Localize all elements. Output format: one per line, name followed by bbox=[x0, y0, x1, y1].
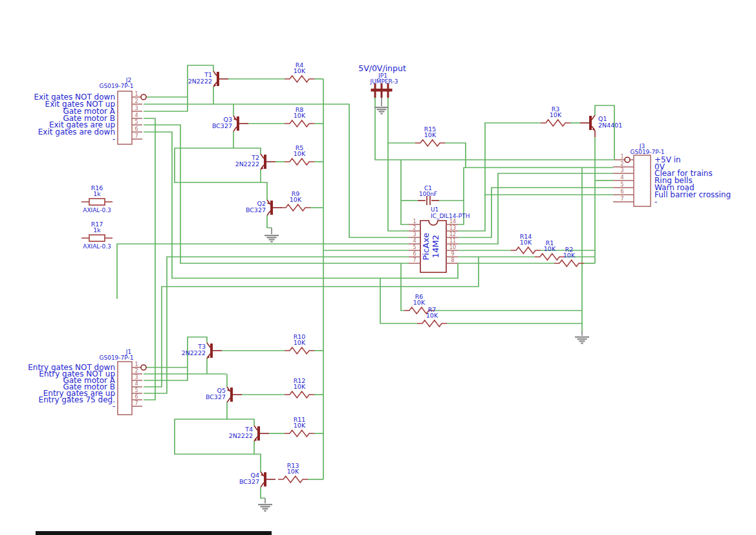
resistor-r5[interactable]: R5 10K bbox=[285, 144, 314, 165]
connector-j1[interactable]: J1 GS019-7P-1 1 2 3 4 5 6 7 Entry gates … bbox=[28, 349, 146, 415]
resistor-r13[interactable]: R13 10K bbox=[278, 462, 308, 483]
pin-number: 7 bbox=[413, 257, 416, 263]
pin-number: 3 bbox=[620, 168, 623, 173]
ground-symbol bbox=[265, 235, 279, 242]
pin-number: 6 bbox=[620, 189, 623, 195]
resistor-r4[interactable]: R4 10K bbox=[285, 61, 314, 82]
resistor-r8[interactable]: R8 10K bbox=[285, 106, 314, 127]
pin-number: 4 bbox=[413, 238, 416, 244]
pin-number: 7 bbox=[135, 400, 138, 406]
pin-number: 5 bbox=[620, 182, 623, 188]
resistor-value: 10K bbox=[550, 111, 562, 118]
pin-number: 4 bbox=[135, 381, 138, 387]
resistor-value: 10K bbox=[520, 239, 532, 246]
resistor-value: 10K bbox=[413, 299, 426, 306]
resistor-value: 10K bbox=[424, 131, 437, 138]
pin-number: 5 bbox=[135, 119, 138, 125]
pin-number: 1 bbox=[413, 219, 416, 224]
transistor-part: 2N2222 bbox=[182, 349, 206, 356]
ground-symbol bbox=[258, 505, 272, 511]
pin-number: 12 bbox=[449, 232, 456, 237]
pin-number: 1 bbox=[135, 362, 138, 367]
pin-number: 6 bbox=[413, 251, 416, 257]
resistor-value: 10K bbox=[290, 196, 302, 203]
resistor-value: 1k bbox=[93, 190, 101, 197]
resistor-r16[interactable]: R16 1k AXIAL-0.3 bbox=[81, 184, 113, 213]
transistor-q5[interactable]: Q5 BC327 bbox=[206, 387, 242, 402]
pin-number: 13 bbox=[449, 225, 456, 231]
ground-symbol bbox=[374, 107, 389, 114]
ic-ref: U1 bbox=[431, 206, 438, 213]
jumper-jp1[interactable]: 5V/0V/input JP1 JUMPER-3 bbox=[358, 63, 406, 98]
pin-number: 2 bbox=[620, 161, 623, 167]
pin-number: 4 bbox=[620, 175, 623, 180]
pin-number: 1 bbox=[620, 154, 623, 160]
transistor-q1[interactable]: Q1 2N4401 bbox=[580, 115, 622, 131]
resistor-r10[interactable]: R10 10K bbox=[285, 333, 314, 354]
transistor-q3[interactable]: Q3 BC327 bbox=[212, 116, 248, 131]
resistor-r9[interactable]: R9 10K bbox=[281, 190, 310, 211]
resistor-r2[interactable]: R2 10K bbox=[554, 246, 584, 267]
resistor-value: 10K bbox=[294, 150, 306, 157]
connector-package: GS019-7P-1 bbox=[630, 149, 664, 155]
pin-number: 6 bbox=[135, 394, 138, 400]
pin-number: 8 bbox=[451, 257, 454, 263]
resistor-r1[interactable]: R1 10K bbox=[535, 239, 565, 260]
pin-number: 4 bbox=[135, 113, 138, 118]
pin-number: 3 bbox=[135, 105, 138, 111]
pin-number: 2 bbox=[413, 225, 416, 231]
net-label: 5V/0V/input bbox=[358, 63, 406, 73]
transistor-part: BC327 bbox=[206, 393, 226, 400]
resistor-value: 10K bbox=[544, 245, 556, 252]
pin-number: 11 bbox=[449, 238, 456, 244]
transistor-q2[interactable]: Q2 BC327 bbox=[246, 200, 282, 215]
pin-number: 3 bbox=[135, 375, 138, 380]
resistor-r11[interactable]: R11 10K bbox=[285, 416, 314, 437]
pin-label: Exit gates are down bbox=[38, 127, 115, 136]
resistor-r15[interactable]: R15 10K bbox=[415, 126, 445, 146]
connector-j2[interactable]: J2 GS019-7P-1 1 2 3 4 5 6 7 Exit gates N… bbox=[34, 77, 146, 144]
pin-number: 10 bbox=[449, 245, 456, 250]
pin-number: 2 bbox=[135, 98, 138, 104]
resistor-r12[interactable]: R12 10K bbox=[285, 377, 314, 398]
pin-label: - bbox=[113, 402, 115, 411]
transistor-part: 2N2222 bbox=[188, 78, 212, 85]
resistor-value: 10K bbox=[426, 312, 438, 319]
pin-label: - bbox=[113, 135, 115, 144]
transistor-part: BC327 bbox=[212, 122, 232, 129]
resistor-value: 10K bbox=[294, 339, 306, 346]
transistor-q4[interactable]: Q4 BC327 bbox=[239, 472, 275, 487]
transistor-part: BC327 bbox=[246, 206, 266, 213]
connector-j3[interactable]: J3 GS019-7P-1 1 2 3 4 5 6 7 +5V in 0V Cl… bbox=[613, 143, 731, 206]
pin-number: 9 bbox=[451, 251, 454, 257]
resistor-value: 10K bbox=[294, 112, 306, 119]
connector-package: GS019-7P-1 bbox=[99, 83, 133, 89]
ic-u1[interactable]: U1 IC_DIL14-PTH 1 2 3 4 5 6 7 14 13 12 1… bbox=[409, 206, 470, 272]
pin-number: 7 bbox=[135, 133, 138, 139]
resistor-value: 10K bbox=[294, 383, 306, 390]
resistor-value: 10K bbox=[294, 67, 306, 74]
pin-number: 6 bbox=[135, 126, 138, 132]
pin-number: 1 bbox=[135, 91, 138, 97]
pin-label: Entry gates 75 deg. bbox=[39, 395, 115, 404]
pin-label: - bbox=[654, 197, 657, 206]
schematic-canvas: J2 GS019-7P-1 1 2 3 4 5 6 7 Exit gates N… bbox=[0, 0, 756, 535]
resistor-r14[interactable]: R14 10K bbox=[511, 233, 541, 254]
pin-number: 2 bbox=[135, 368, 138, 374]
pin-label: Full barrier crossing bbox=[654, 190, 731, 199]
transistor-t4[interactable]: T4 2N2222 bbox=[229, 426, 269, 441]
resistor-r17[interactable]: R17 1k AXIAL-0.3 bbox=[81, 221, 113, 250]
chip-name-line1: PicAxe bbox=[421, 233, 431, 261]
capacitor-c1[interactable]: C1 100nF bbox=[418, 185, 439, 205]
transistor-t2[interactable]: T2 2N2222 bbox=[235, 154, 275, 169]
resistor-package: AXIAL-0.3 bbox=[83, 207, 111, 213]
pin-number: 3 bbox=[413, 232, 416, 237]
ground-symbol bbox=[575, 337, 589, 344]
connector-package: GS019-7P-1 bbox=[99, 355, 133, 361]
transistor-part: 2N2222 bbox=[229, 432, 253, 439]
resistor-value: 10K bbox=[563, 252, 576, 259]
resistor-r7[interactable]: R7 10K bbox=[417, 306, 447, 327]
resistor-r3[interactable]: R3 10K bbox=[541, 105, 570, 126]
jumper-package: JUMPER-3 bbox=[370, 78, 398, 85]
transistor-t1[interactable]: T1 2N2222 bbox=[188, 71, 228, 87]
